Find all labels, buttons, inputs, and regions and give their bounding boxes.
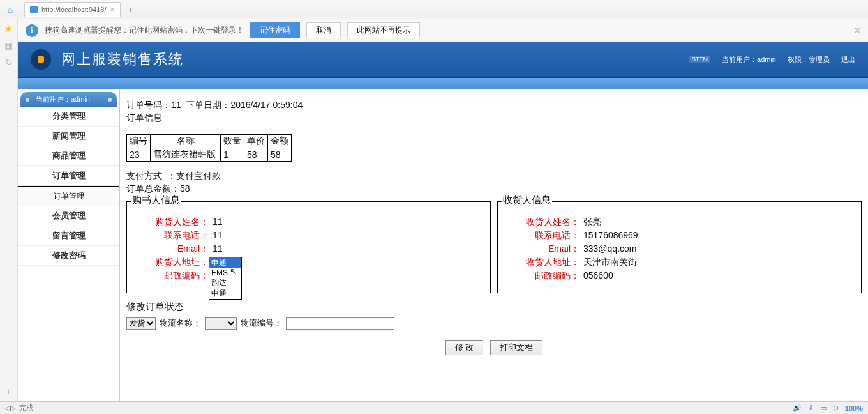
new-tab-button[interactable]: + — [124, 4, 137, 15]
home-icon[interactable]: ⌂ — [3, 2, 18, 17]
current-user: 当前用户：admin — [722, 55, 776, 65]
dropdown-option[interactable]: EMS — [209, 268, 241, 277]
browser-left-rail: ★ ▦ ↻ + — [0, 19, 18, 401]
receiver-legend: 收货人信息 — [502, 194, 552, 206]
payment-method: 支付方式 ：支付宝付款 — [126, 171, 862, 182]
sidebar: 当前用户：admin 分类管理 新闻管理 商品管理 订单管理 订单管理 会员管理… — [18, 89, 120, 401]
sidebar-header: 当前用户：admin — [20, 92, 117, 107]
infobar-text: 搜狗高速浏览器提醒您：记住此网站密码，下次一键登录！ — [45, 25, 244, 36]
order-total: 订单总金额：58 — [126, 183, 862, 195]
subheader-bar — [18, 78, 868, 89]
col-price: 单价 — [244, 135, 268, 148]
col-id: 编号 — [127, 135, 151, 148]
logistics-name-label: 物流名称： — [160, 318, 201, 329]
sidebar-item-message[interactable]: 留言管理 — [18, 226, 119, 246]
star-icon[interactable]: ★ — [3, 23, 15, 34]
content-area: 订单号码：11 下单日期：2016/4/17 0:59:04 订单信息 编号 名… — [120, 89, 868, 401]
col-qty: 数量 — [221, 135, 244, 148]
modify-button[interactable]: 修 改 — [445, 340, 484, 355]
buyer-address-cell: 申通 EMS 韵达 中通 ↖ — [209, 257, 213, 268]
order-info-title: 订单信息 — [126, 112, 862, 124]
ship-status-select[interactable]: 发货 — [126, 317, 156, 330]
app-header: 网上服装销售系统 STEM 当前用户：admin 权限：管理员 退出 — [18, 42, 868, 78]
logistics-no-input[interactable] — [286, 317, 394, 330]
sidebar-item-category[interactable]: 分类管理 — [18, 107, 119, 126]
close-icon[interactable]: × — [110, 5, 115, 14]
table-row: 23 雪纺连衣裙韩版 1 58 58 — [127, 148, 292, 162]
page-icon — [30, 6, 38, 13]
app-title: 网上服装销售系统 — [61, 50, 184, 69]
role: 权限：管理员 — [788, 55, 830, 65]
buyer-fieldset: 购书人信息 购货人姓名：11 联系电话：11 Email：11 购货人地址： 申… — [126, 201, 491, 293]
sidebar-item-news[interactable]: 新闻管理 — [18, 126, 119, 146]
logistics-dropdown-list[interactable]: 申通 EMS 韵达 中通 ↖ — [209, 257, 242, 300]
order-number-line: 订单号码：11 下单日期：2016/4/17 0:59:04 — [126, 100, 862, 111]
tab-url: http://localhost:9418/ — [41, 6, 107, 13]
col-amount: 金额 — [268, 135, 292, 148]
add-icon[interactable]: + — [3, 386, 15, 397]
cancel-button[interactable]: 取消 — [306, 22, 341, 38]
order-items-table: 编号 名称 数量 单价 金额 23 雪纺连衣裙韩版 1 58 58 — [126, 134, 292, 162]
browser-tab[interactable]: http://localhost:9418/ × — [24, 2, 121, 17]
receiver-fieldset: 收货人信息 收货人姓名：张亮 联系电话：15176086969 Email：33… — [497, 201, 862, 293]
stem-badge: STEM — [689, 56, 710, 63]
info-icon: i — [26, 24, 38, 37]
dropdown-option[interactable]: 申通 — [209, 257, 241, 268]
sidebar-subitem-order[interactable]: 订单管理 — [18, 186, 119, 206]
buyer-legend: 购书人信息 — [131, 194, 181, 206]
sidebar-item-product[interactable]: 商品管理 — [18, 146, 119, 166]
dropdown-option[interactable]: 韵达 — [209, 277, 241, 288]
dropdown-option[interactable]: 中通 — [209, 288, 241, 299]
remember-password-button[interactable]: 记住密码 — [250, 22, 300, 38]
col-name: 名称 — [151, 135, 221, 148]
sidebar-item-password[interactable]: 修改密码 — [18, 246, 119, 266]
extension-icon[interactable]: ▦ — [3, 40, 15, 51]
browser-tab-bar: ⌂ http://localhost:9418/ × + — [0, 0, 868, 19]
sidebar-item-order[interactable]: 订单管理 — [18, 166, 119, 186]
logout-link[interactable]: 退出 — [841, 55, 855, 65]
password-infobar: i 搜狗高速浏览器提醒您：记住此网站密码，下次一键登录！ 记住密码 取消 此网站… — [18, 19, 868, 42]
app-logo — [31, 49, 51, 70]
print-button[interactable]: 打印文档 — [490, 340, 542, 355]
history-icon[interactable]: ↻ — [3, 56, 15, 68]
logistics-name-select[interactable] — [205, 317, 237, 330]
never-prompt-button[interactable]: 此网站不再提示 — [347, 22, 420, 38]
modify-status-title: 修改订单状态 — [126, 301, 862, 313]
sidebar-item-member[interactable]: 会员管理 — [18, 206, 119, 226]
logistics-no-label: 物流编号： — [241, 318, 282, 329]
close-icon[interactable]: × — [855, 25, 860, 36]
